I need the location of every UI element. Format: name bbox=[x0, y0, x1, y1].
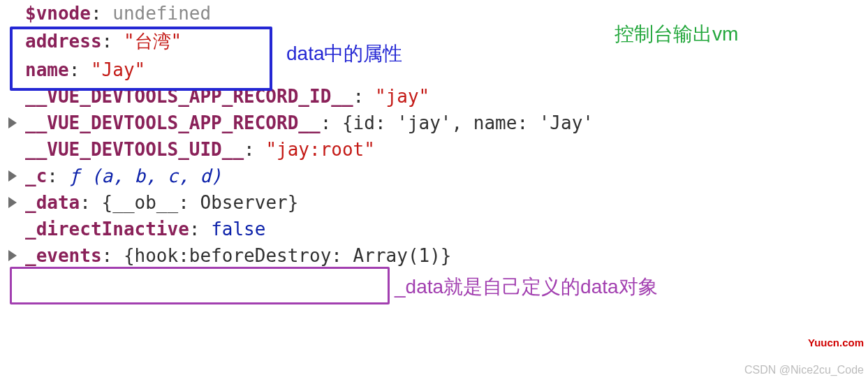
colon: : bbox=[47, 166, 68, 186]
colon: : bbox=[91, 3, 112, 24]
property-row[interactable]: address: "台湾" bbox=[7, 27, 868, 57]
prop-val-devtools-app-record-id: "jay" bbox=[375, 86, 429, 107]
annotation-label-green: 控制台输出vm bbox=[615, 21, 738, 47]
colon: : bbox=[102, 245, 124, 266]
prop-val-direct-inactive: false bbox=[211, 219, 265, 240]
colon: : bbox=[69, 59, 91, 80]
prop-val-c: ƒ (a, b, c, d) bbox=[69, 166, 222, 186]
property-row[interactable]: __VUE_DEVTOOLS_UID__: "jay:root" bbox=[7, 136, 868, 163]
expand-icon[interactable] bbox=[8, 170, 17, 182]
prop-val-address: "台湾" bbox=[124, 31, 182, 52]
colon: : bbox=[321, 112, 342, 133]
prop-key-direct-inactive: _directInactive bbox=[25, 219, 189, 240]
prop-key-address: address bbox=[25, 31, 102, 52]
prop-key-data: _data bbox=[25, 192, 80, 213]
watermark-csdn: CSDN @Nice2cu_Code bbox=[744, 364, 864, 376]
prop-key-name: name bbox=[25, 59, 69, 80]
property-row[interactable]: _c: ƒ (a, b, c, d) bbox=[7, 163, 868, 189]
prop-val-devtools-uid: "jay:root" bbox=[265, 139, 375, 160]
property-row[interactable]: __VUE_DEVTOOLS_APP_RECORD_ID__: "jay" bbox=[7, 83, 868, 110]
property-row[interactable]: $vnode: undefined bbox=[7, 0, 868, 27]
expand-icon[interactable] bbox=[8, 197, 17, 208]
prop-val-events: {hook:beforeDestroy: Array(1)} bbox=[124, 245, 452, 266]
property-row[interactable]: _events: {hook:beforeDestroy: Array(1)} bbox=[7, 242, 868, 269]
prop-val-devtools-app-record: {id: 'jay', name: 'Jay' bbox=[342, 112, 594, 133]
property-row[interactable]: _directInactive: false bbox=[7, 216, 868, 242]
property-row[interactable]: _data: {__ob__: Observer} bbox=[7, 189, 868, 216]
prop-key-devtools-uid: __VUE_DEVTOOLS_UID__ bbox=[25, 139, 244, 160]
colon: : bbox=[189, 219, 211, 240]
prop-val-data: {__ob__: Observer} bbox=[102, 192, 299, 213]
prop-val-vnode: undefined bbox=[112, 3, 211, 24]
colon: : bbox=[102, 31, 124, 52]
annotation-label-blue: data中的属性 bbox=[286, 41, 403, 67]
property-row[interactable]: __VUE_DEVTOOLS_APP_RECORD__: {id: 'jay',… bbox=[7, 110, 868, 136]
property-row[interactable]: name: "Jay" bbox=[7, 57, 868, 83]
prop-key-devtools-app-record-id: __VUE_DEVTOOLS_APP_RECORD_ID__ bbox=[25, 86, 353, 107]
colon: : bbox=[80, 192, 101, 213]
watermark-yuucn: Yuucn.com bbox=[808, 337, 864, 348]
prop-key-vnode: $vnode bbox=[25, 3, 91, 24]
prop-key-c: _c bbox=[25, 166, 47, 186]
colon: : bbox=[244, 139, 265, 160]
prop-key-devtools-app-record: __VUE_DEVTOOLS_APP_RECORD__ bbox=[25, 112, 321, 133]
colon: : bbox=[353, 86, 375, 107]
expand-icon[interactable] bbox=[8, 117, 17, 128]
expand-icon[interactable] bbox=[8, 250, 17, 261]
annotation-label-purple: _data就是自己定义的data对象 bbox=[395, 274, 658, 300]
prop-val-name: "Jay" bbox=[91, 59, 145, 80]
annotation-box-purple bbox=[10, 267, 390, 304]
prop-key-events: _events bbox=[25, 245, 102, 266]
